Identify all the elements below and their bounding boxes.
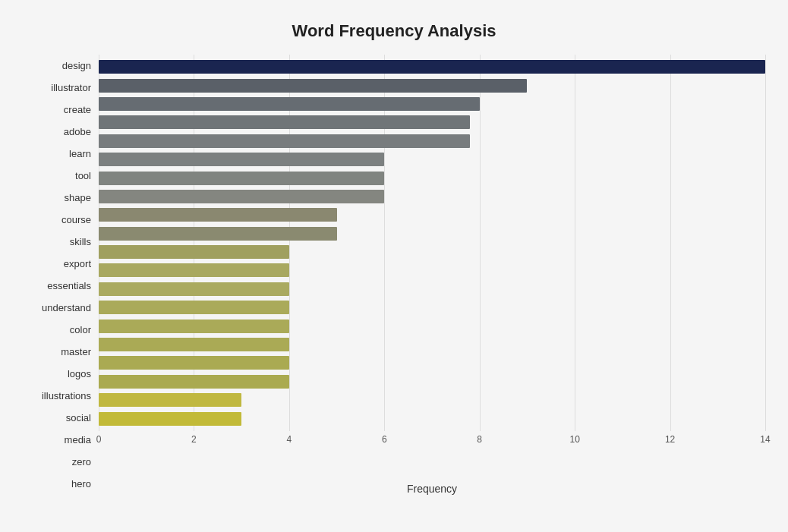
bar-row (99, 281, 765, 297)
grid-and-bars (99, 55, 765, 431)
x-tick-label: 6 (382, 434, 387, 445)
y-label: create (64, 100, 91, 120)
bar (99, 190, 384, 203)
x-tick-label: 4 (287, 434, 292, 445)
bar (99, 338, 289, 351)
y-label: hero (71, 474, 91, 494)
bar-row (99, 411, 765, 427)
bar-row (99, 392, 765, 408)
bar-row (99, 133, 765, 150)
x-tick-label: 2 (191, 434, 197, 445)
y-label: skills (70, 232, 91, 252)
bar (99, 356, 289, 370)
bar (99, 301, 289, 314)
y-label: design (62, 56, 91, 76)
bar-row (99, 188, 765, 205)
y-label: social (66, 408, 91, 428)
bar (99, 412, 241, 426)
y-label: logos (68, 364, 91, 384)
y-label: tool (75, 166, 91, 186)
y-label: learn (69, 144, 91, 164)
bar (99, 79, 527, 93)
bars-and-grid: 02468101214 Frequency (99, 55, 765, 495)
bar (99, 97, 480, 111)
grid-line (765, 55, 766, 431)
y-label: export (64, 254, 91, 274)
y-label: media (65, 430, 91, 450)
bar (99, 115, 470, 129)
y-label: adobe (64, 122, 91, 142)
bar-row (99, 96, 765, 112)
bar (99, 208, 337, 222)
x-tick-label: 8 (477, 434, 482, 445)
chart-area: designillustratorcreateadobelearntoolsha… (23, 55, 765, 495)
y-label: course (61, 210, 91, 230)
bar (99, 134, 470, 148)
bar-row (99, 262, 765, 279)
y-label: understand (42, 298, 91, 318)
bar (99, 263, 289, 277)
bar-row (99, 244, 765, 260)
y-label: color (70, 320, 91, 340)
bar-row (99, 373, 765, 390)
x-tick-label: 14 (760, 434, 770, 445)
bar (99, 320, 289, 333)
bar-row (99, 58, 765, 75)
y-label: shape (65, 188, 91, 208)
bars-container (99, 55, 765, 431)
bar-row (99, 354, 765, 371)
y-label: illustrations (42, 386, 91, 406)
bar (99, 245, 289, 259)
bar-row (99, 299, 765, 316)
bar (99, 227, 337, 241)
x-axis-wrapper: 02468101214 (99, 431, 765, 461)
y-label: zero (72, 452, 91, 472)
y-label: illustrator (51, 78, 91, 98)
bar-row (99, 114, 765, 131)
x-axis-title: Frequency (99, 483, 765, 495)
bar-row (99, 318, 765, 335)
y-label: master (61, 342, 91, 362)
bar-row (99, 170, 765, 187)
bar-row (99, 77, 765, 94)
chart-container: Word Frequency Analysis designillustrato… (0, 0, 788, 532)
x-tick-label: 12 (665, 434, 675, 445)
bar (99, 393, 241, 407)
x-tick-label: 10 (569, 434, 579, 445)
bar (99, 60, 765, 74)
bar (99, 282, 289, 296)
y-labels: designillustratorcreateadobelearntoolsha… (23, 55, 99, 495)
chart-title: Word Frequency Analysis (23, 15, 765, 41)
bar-row (99, 151, 765, 168)
bar (99, 375, 289, 389)
bar-row (99, 225, 765, 242)
bar (99, 172, 384, 185)
x-tick-label: 0 (96, 434, 102, 445)
bar (99, 153, 384, 166)
bar-row (99, 206, 765, 223)
bar-row (99, 336, 765, 353)
y-label: essentials (47, 276, 91, 296)
